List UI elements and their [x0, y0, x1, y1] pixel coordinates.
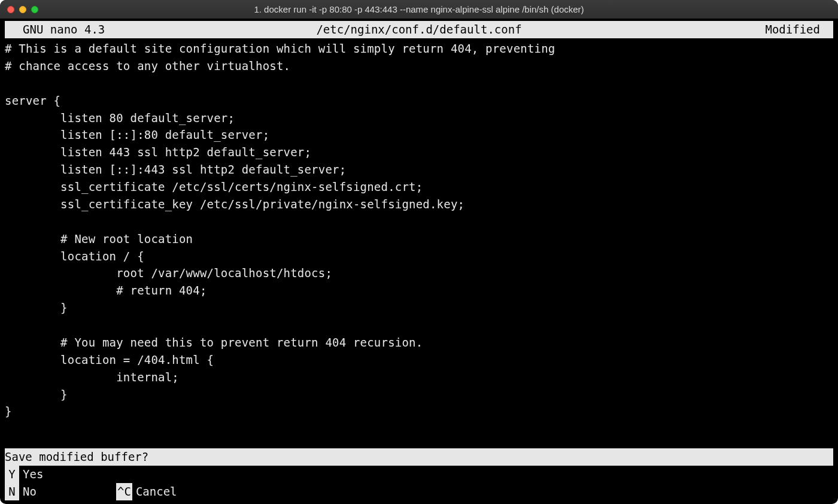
nano-app-label: GNU nano 4.3: [23, 21, 105, 38]
zoom-icon[interactable]: [31, 6, 38, 13]
close-icon[interactable]: [7, 6, 14, 13]
nano-file-path: /etc/nginx/conf.d/default.conf: [5, 21, 833, 38]
nano-prompt-bar: Save modified buffer?: [5, 448, 833, 466]
window-title: 1. docker run -it -p 80:80 -p 443:443 --…: [0, 4, 838, 14]
terminal-window: 1. docker run -it -p 80:80 -p 443:443 --…: [0, 0, 838, 504]
nano-editor-content[interactable]: # This is a default site configuration w…: [0, 38, 838, 448]
traffic-lights: [7, 6, 38, 13]
label-cancel: Cancel: [136, 485, 177, 498]
label-no: No: [23, 485, 37, 498]
shortcut-cancel[interactable]: ^CCancel: [116, 483, 296, 500]
nano-header-bar: GNU nano 4.3 /etc/nginx/conf.d/default.c…: [5, 21, 833, 38]
label-yes: Yes: [23, 467, 43, 481]
key-ctrl-c: ^C: [116, 483, 132, 500]
nano-status: Modified: [765, 21, 820, 38]
key-n: N: [5, 483, 19, 500]
nano-shortcuts: YYes NNo ^CCancel: [5, 466, 833, 500]
shortcut-no[interactable]: NNo: [5, 483, 116, 500]
shortcut-yes[interactable]: YYes: [5, 466, 116, 483]
key-y: Y: [5, 466, 19, 483]
minimize-icon[interactable]: [19, 6, 26, 13]
window-titlebar: 1. docker run -it -p 80:80 -p 443:443 --…: [0, 0, 838, 19]
